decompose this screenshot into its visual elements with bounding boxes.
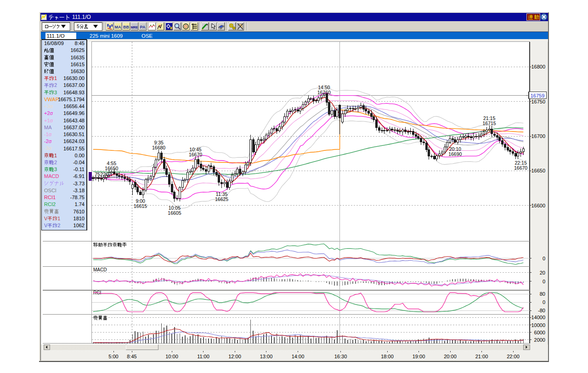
svg-text:16600: 16600 [531,203,545,208]
svg-text:16643.48: 16643.48 [63,118,85,123]
svg-text:12:00: 12:00 [228,354,241,359]
svg-text:16/08/09: 16/08/09 [44,40,64,46]
svg-text:6000: 6000 [534,330,545,335]
svg-text:16750: 16750 [531,99,545,104]
svg-text:MACD: MACD [44,173,59,179]
svg-text:16670: 16670 [514,165,527,171]
svg-text:3: 3 [54,166,57,172]
svg-text:16759: 16759 [531,93,545,98]
svg-text:19:00: 19:00 [413,354,425,359]
svg-text:16625: 16625 [70,47,85,53]
svg-text:16637.00: 16637.00 [63,82,85,88]
svg-text:V: V [44,216,48,221]
svg-text:18:00: 18:00 [381,354,394,359]
svg-text:16615: 16615 [134,203,147,209]
svg-text:16675.1794: 16675.1794 [58,97,85,102]
svg-text:RCI2: RCI2 [44,201,56,207]
svg-text:1: 1 [57,216,60,221]
svg-text:22:00: 22:00 [507,354,520,359]
svg-text:-3.18: -3.18 [73,188,85,193]
svg-text:16635: 16635 [70,55,85,60]
svg-text:MA: MA [44,125,52,130]
svg-text:-1σ: -1σ [44,132,52,137]
svg-text:16:30: 16:30 [334,354,347,359]
svg-text:0: 0 [543,256,545,261]
svg-text:VWAP: VWAP [44,97,59,102]
svg-text:16715: 16715 [482,121,496,126]
svg-text:+3σ: +3σ [44,103,53,109]
svg-text:16700: 16700 [531,133,545,139]
svg-text:0: 0 [543,279,545,284]
svg-text:RCI1: RCI1 [44,195,56,200]
svg-text:0.00: 0.00 [75,153,85,158]
svg-text:16617.55: 16617.55 [63,146,85,151]
svg-text:-78.75: -78.75 [70,195,85,200]
svg-text:3: 3 [54,90,57,95]
svg-text:MRE: MRE [131,26,138,29]
svg-text:2000: 2000 [534,337,545,343]
svg-text:20: 20 [540,270,545,275]
svg-text:5: 5 [77,23,79,29]
svg-text:16637.00: 16637.00 [63,125,85,130]
svg-text:16605: 16605 [168,210,181,216]
svg-text:OSE: OSE [141,33,153,39]
svg-text:MA: MA [115,25,121,29]
svg-text:16650: 16650 [531,168,545,173]
svg-text:2: 2 [54,82,57,88]
svg-text:225 mini 1609: 225 mini 1609 [90,33,123,39]
svg-text:16630: 16630 [70,69,85,74]
svg-text:16625: 16625 [215,196,228,202]
svg-text:8:45: 8:45 [127,354,136,359]
svg-text:0: 0 [543,299,545,305]
svg-text:80: 80 [540,291,545,297]
svg-text:+1σ: +1σ [44,118,53,123]
svg-text:-2σ: -2σ [44,138,52,144]
svg-text:-6.91: -6.91 [73,173,85,179]
svg-text:111.1/O: 111.1/O [72,14,91,20]
svg-text:-3.73: -3.73 [73,181,85,186]
svg-text:2: 2 [57,223,60,228]
svg-text:1: 1 [54,75,57,81]
svg-text:1: 1 [54,153,57,158]
svg-text:-80: -80 [538,308,545,313]
svg-text:14:00: 14:00 [292,354,305,359]
svg-text:8:45: 8:45 [75,40,85,46]
svg-text:16656.44: 16656.44 [63,103,85,109]
svg-text:13:00: 13:00 [260,354,273,359]
svg-text:-3σ: -3σ [44,145,52,151]
svg-text:1.74: 1.74 [75,201,85,207]
svg-text:111.1/O: 111.1/O [47,33,65,39]
svg-text:21:00: 21:00 [475,354,488,359]
svg-text:-0.04: -0.04 [73,160,85,165]
svg-text:PA: PA [140,25,146,29]
svg-text:16624.03: 16624.03 [63,138,85,144]
svg-text:14000: 14000 [531,315,545,320]
svg-text:7610: 7610 [74,209,85,214]
svg-text:16630.00: 16630.00 [63,75,85,81]
svg-text:16670: 16670 [189,152,202,157]
svg-text:20:00: 20:00 [444,354,457,359]
svg-text:5:00: 5:00 [108,354,118,359]
svg-text:1062: 1062 [74,223,85,228]
svg-text:16800: 16800 [531,64,545,69]
svg-text:10000: 10000 [531,322,545,328]
svg-text:16680: 16680 [152,145,165,150]
svg-text:16650: 16650 [105,166,118,171]
svg-text:1810: 1810 [74,216,85,221]
svg-text:75220: 75220 [95,172,109,177]
svg-text:BB: BB [123,25,129,29]
svg-text:10:00: 10:00 [165,354,178,359]
svg-text:OSCI: OSCI [44,188,57,193]
svg-text:11:00: 11:00 [197,354,209,359]
svg-text:16630.51: 16630.51 [63,132,85,137]
svg-text:2: 2 [54,160,57,165]
svg-text:16615: 16615 [70,62,85,67]
svg-text:+2σ: +2σ [44,110,53,116]
svg-text:16648.93: 16648.93 [63,90,85,95]
svg-text:16760: 16760 [317,90,331,95]
svg-text:MACD: MACD [93,267,107,272]
svg-text:16690: 16690 [448,151,462,157]
svg-text:V: V [44,223,48,228]
svg-text:16649.96: 16649.96 [63,110,85,116]
svg-text:-0.11: -0.11 [74,166,85,172]
